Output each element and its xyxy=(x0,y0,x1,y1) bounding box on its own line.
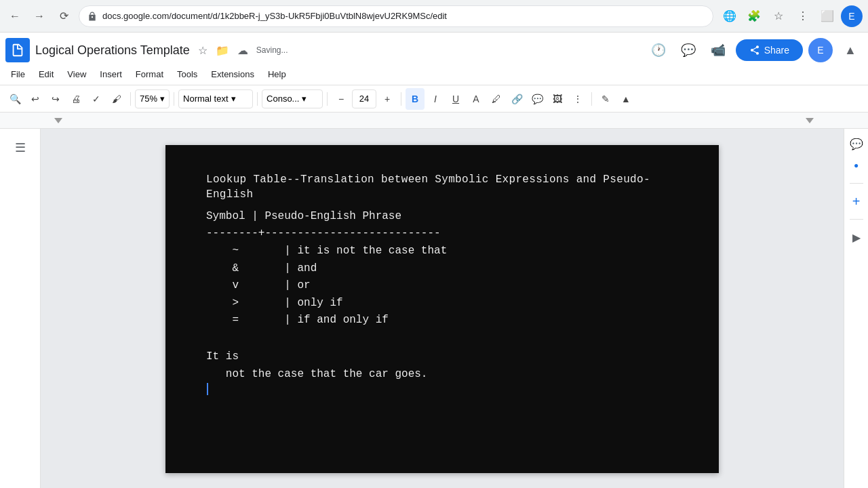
text-color-button[interactable]: A xyxy=(467,88,486,110)
table-row-gt: > | only if xyxy=(206,295,678,312)
zoom-controls: 75% ▾ xyxy=(135,89,170,108)
menu-extensions[interactable]: Extensions xyxy=(205,66,260,82)
user-avatar[interactable]: E xyxy=(808,38,833,62)
menu-tools[interactable]: Tools xyxy=(172,66,203,82)
font-select[interactable]: Conso... ▾ xyxy=(262,89,323,108)
browser-chrome: ← → ⟳ docs.google.com/document/d/1k2bbeR… xyxy=(0,0,868,33)
share-label: Share xyxy=(764,45,789,56)
table-row-tilde: ~ | it is not the case that xyxy=(206,243,678,260)
image-button[interactable]: 🖼 xyxy=(548,88,567,110)
symbol-tilde: ~ xyxy=(206,243,284,260)
sidebar-divider xyxy=(850,183,863,184)
font-size-value: 24 xyxy=(359,94,369,104)
symbol-and: & xyxy=(206,260,284,278)
separator-2 xyxy=(174,92,174,106)
phrase-eq: | if and only if xyxy=(284,312,389,329)
phrase-and: | and xyxy=(284,260,317,278)
style-select[interactable]: Normal text ▾ xyxy=(178,89,253,108)
left-sidebar: ☰ xyxy=(0,129,41,488)
comment-inline-button[interactable]: 💬 xyxy=(528,88,547,110)
undo-button[interactable]: ↩ xyxy=(26,88,45,110)
table-row-or: v | or xyxy=(206,277,678,295)
separator-3 xyxy=(257,92,258,106)
font-size-increase[interactable]: + xyxy=(378,88,397,110)
doc-title-line: Lookup Table--Translation between Symbol… xyxy=(206,172,678,203)
sidebar-section-top: 💬 ● xyxy=(847,134,866,175)
url-text: docs.google.com/document/d/1k2bbeR-j_yS3… xyxy=(102,11,447,21)
menu-file[interactable]: File xyxy=(5,66,31,82)
underline-button[interactable]: U xyxy=(446,88,465,110)
font-size-decrease[interactable]: − xyxy=(332,88,351,110)
chrome-icon[interactable]: 🌐 xyxy=(719,5,741,27)
star-button[interactable]: ☆ xyxy=(195,41,210,60)
sidebar-comments-icon[interactable]: 💬 xyxy=(847,134,866,153)
menu-edit[interactable]: Edit xyxy=(33,66,59,82)
document-content: Lookup Table--Translation between Symbol… xyxy=(206,172,678,395)
saving-status: Saving... xyxy=(256,45,288,55)
comments-button[interactable]: 💬 xyxy=(676,38,701,62)
more-toolbar-button[interactable]: ⋮ xyxy=(568,88,587,110)
print-button[interactable]: 🖨 xyxy=(66,88,85,110)
spellcheck-button[interactable]: ✓ xyxy=(87,88,106,110)
separator-4 xyxy=(327,92,328,106)
italic-button[interactable]: I xyxy=(426,88,445,110)
reload-button[interactable]: ⟳ xyxy=(54,7,73,26)
paint-format-button[interactable]: 🖌 xyxy=(107,88,126,110)
zoom-value: 75% xyxy=(140,94,157,104)
sidebar-add-icon[interactable]: + xyxy=(847,192,866,211)
cloud-button[interactable]: ☁ xyxy=(235,41,251,60)
lock-icon xyxy=(87,12,97,21)
profile-avatar[interactable]: E xyxy=(841,5,863,27)
sidebar-divider-2 xyxy=(850,219,863,220)
link-button[interactable]: 🔗 xyxy=(507,88,526,110)
document-title[interactable]: Logical Operations Template xyxy=(35,43,190,58)
folder-button[interactable]: 📁 xyxy=(213,41,232,60)
text-line-2: not the case that the car goes. xyxy=(206,366,678,384)
menu-bar: File Edit View Insert Format Tools Exten… xyxy=(5,65,863,85)
sidebar-circle-icon[interactable]: ● xyxy=(847,156,866,175)
separator-6 xyxy=(591,92,592,106)
menu-format[interactable]: Format xyxy=(130,66,169,82)
divider-text: --------+--------------------------- xyxy=(206,225,441,243)
share-button[interactable]: Share xyxy=(736,39,803,61)
meet-button[interactable]: 📹 xyxy=(706,38,730,62)
forward-button[interactable]: → xyxy=(30,7,49,26)
zoom-select[interactable]: 75% ▾ xyxy=(135,89,170,108)
left-indent-marker[interactable] xyxy=(54,118,62,123)
style-value: Normal text xyxy=(183,94,228,104)
extensions-icon[interactable]: 🧩 xyxy=(743,5,765,27)
separator-5 xyxy=(401,92,401,106)
edit-mode-button[interactable]: ✎ xyxy=(596,88,615,110)
paragraph-section: It is not the case that the car goes. xyxy=(206,348,678,395)
menu-view[interactable]: View xyxy=(62,66,92,82)
phrase-gt: | only if xyxy=(284,295,342,312)
phrase-or: | or xyxy=(284,277,310,295)
menu-insert[interactable]: Insert xyxy=(94,66,127,82)
collapse-button[interactable]: ▲ xyxy=(838,38,863,62)
address-bar[interactable]: docs.google.com/document/d/1k2bbeR-j_yS3… xyxy=(79,5,713,27)
sidebar-expand-icon[interactable]: ▶ xyxy=(847,228,866,247)
search-button[interactable]: 🔍 xyxy=(5,88,24,110)
back-button[interactable]: ← xyxy=(5,7,24,26)
redo-button[interactable]: ↪ xyxy=(46,88,65,110)
more-icon[interactable]: ⋮ xyxy=(792,5,814,27)
right-indent-marker[interactable] xyxy=(806,118,814,123)
phrase-tilde: | it is not the case that xyxy=(284,243,447,260)
separator-1 xyxy=(130,92,131,106)
symbol-eq: = xyxy=(206,312,284,329)
table-divider: --------+--------------------------- xyxy=(206,225,678,243)
bookmark-icon[interactable]: ☆ xyxy=(768,5,789,27)
bold-button[interactable]: B xyxy=(406,88,425,110)
right-sidebar: 💬 ● + ▶ xyxy=(844,129,868,488)
highlight-button[interactable]: 🖊 xyxy=(487,88,506,110)
document-area[interactable]: Lookup Table--Translation between Symbol… xyxy=(41,129,844,488)
share-icon xyxy=(749,45,760,56)
expand-toolbar-button[interactable]: ▲ xyxy=(616,88,635,110)
split-view-icon[interactable]: ⬜ xyxy=(816,5,838,27)
docs-header: Logical Operations Template ☆ 📁 ☁ Saving… xyxy=(0,33,868,85)
history-button[interactable]: 🕐 xyxy=(646,38,671,62)
header-right: 🕐 💬 📹 Share E ▲ xyxy=(646,38,863,62)
menu-help[interactable]: Help xyxy=(262,66,292,82)
table-row-and: & | and xyxy=(206,260,678,278)
outline-icon[interactable]: ☰ xyxy=(7,134,34,161)
